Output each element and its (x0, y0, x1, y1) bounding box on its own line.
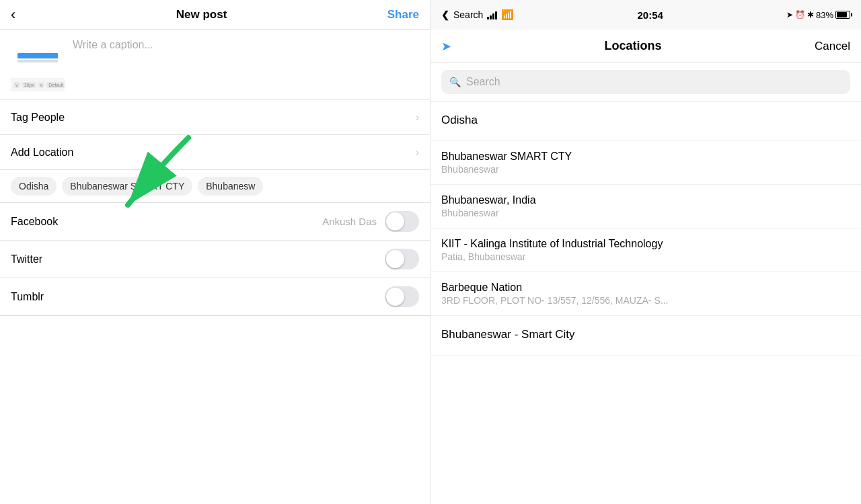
chevron-right-icon: › (416, 146, 419, 159)
search-bar-container: 🔍 Search (430, 63, 861, 101)
location-name: Bhubaneswar SMART CTY (441, 151, 850, 163)
location-sub: Bhubaneswar (441, 164, 850, 175)
toggle-knob (386, 288, 404, 306)
location-item[interactable]: KIIT - Kalinga Institute of Industrial T… (430, 228, 861, 272)
location-item[interactable]: Bhubaneswar, IndiaBhubaneswar (430, 185, 861, 228)
alarm-icon: ⏰ (795, 10, 805, 19)
twitter-toggle[interactable] (385, 249, 419, 269)
locations-title: Locations (605, 39, 662, 53)
post-thumbnail: v 16px v Default (11, 38, 65, 91)
share-button[interactable]: Share (387, 8, 419, 22)
location-sub: Bhubaneswar (441, 208, 850, 218)
facebook-toggle[interactable] (385, 211, 419, 232)
status-left: ❮ Search 📶 (441, 9, 514, 21)
battery-pct-label: 83% (816, 10, 833, 20)
time-display: 20:54 (637, 9, 663, 21)
toggle-knob (386, 250, 404, 268)
add-location-row[interactable]: Add Location › (0, 135, 430, 170)
caption-input[interactable]: Write a caption... (73, 38, 419, 51)
chip-smart-cty[interactable]: Bhubaneswar SMART CTY (62, 177, 192, 196)
wifi-icon: 📶 (501, 9, 514, 21)
battery-area: ➤ ⏰ ✱ 83% (786, 10, 850, 20)
right-panel: ❮ Search 📶 20:54 ➤ ⏰ ✱ 83% ➤ Locations C… (430, 0, 861, 504)
location-name: Odisha (441, 114, 850, 127)
tag-people-label: Tag People (11, 112, 65, 124)
add-location-label: Add Location (11, 146, 73, 159)
location-list: OdishaBhubaneswar SMART CTYBhubaneswarBh… (430, 101, 861, 504)
location-name: KIIT - Kalinga Institute of Industrial T… (441, 238, 850, 250)
location-name: Bhubaneswar - Smart City (441, 328, 850, 341)
location-name: Barbeque Nation (441, 282, 850, 294)
status-search-label: Search (453, 9, 483, 20)
status-back-icon: ❮ (441, 9, 449, 20)
signal-bars-icon (487, 10, 497, 19)
chevron-right-icon: › (416, 112, 419, 124)
location-arrow-icon: ➤ (786, 10, 793, 19)
facebook-row: Facebook Ankush Das (0, 203, 430, 241)
facebook-controls: Ankush Das (322, 211, 419, 232)
twitter-row: Twitter (0, 241, 430, 278)
page-title: New post (176, 8, 227, 22)
tag-people-row[interactable]: Tag People › (0, 100, 430, 135)
location-chips-row: Odisha Bhubaneswar SMART CTY Bhubanesw (0, 170, 430, 203)
search-icon: 🔍 (449, 77, 461, 87)
location-item[interactable]: Barbeque Nation3RD FLOOR, PLOT NO- 13/55… (430, 272, 861, 316)
tumblr-row: Tumblr (0, 278, 430, 316)
toggle-knob (386, 212, 404, 230)
back-button[interactable]: ‹ (11, 6, 15, 24)
tumblr-label: Tumblr (11, 291, 44, 303)
tumblr-controls (385, 286, 419, 307)
chip-bhubanesw[interactable]: Bhubanesw (198, 177, 263, 196)
post-compose-area: v 16px v Default Write a caption... (0, 30, 430, 100)
search-bar[interactable]: 🔍 Search (441, 70, 850, 94)
tumblr-toggle[interactable] (385, 286, 419, 307)
twitter-label: Twitter (11, 253, 42, 265)
cancel-button[interactable]: Cancel (815, 40, 850, 53)
locations-header: ➤ Locations Cancel (430, 30, 861, 63)
location-sub: 3RD FLOOR, PLOT NO- 13/557, 12/556, MAUZ… (441, 295, 850, 306)
location-name: Bhubaneswar, India (441, 194, 850, 206)
battery-icon (835, 11, 850, 19)
location-item[interactable]: Odisha (430, 101, 861, 141)
chip-odisha[interactable]: Odisha (11, 177, 57, 196)
facebook-label: Facebook (11, 216, 58, 228)
twitter-controls (385, 249, 419, 269)
facebook-username: Ankush Das (322, 216, 377, 227)
location-item[interactable]: Bhubaneswar - Smart City (430, 316, 861, 355)
bluetooth-icon: ✱ (807, 10, 814, 19)
location-sub: Patia, Bhubaneswar (441, 251, 850, 262)
search-input[interactable]: Search (466, 76, 500, 88)
location-nav-icon[interactable]: ➤ (441, 39, 451, 54)
battery-fill (837, 12, 847, 17)
location-item[interactable]: Bhubaneswar SMART CTYBhubaneswar (430, 141, 861, 185)
status-bar: ❮ Search 📶 20:54 ➤ ⏰ ✱ 83% (430, 0, 861, 30)
left-header: ‹ New post Share (0, 0, 430, 30)
